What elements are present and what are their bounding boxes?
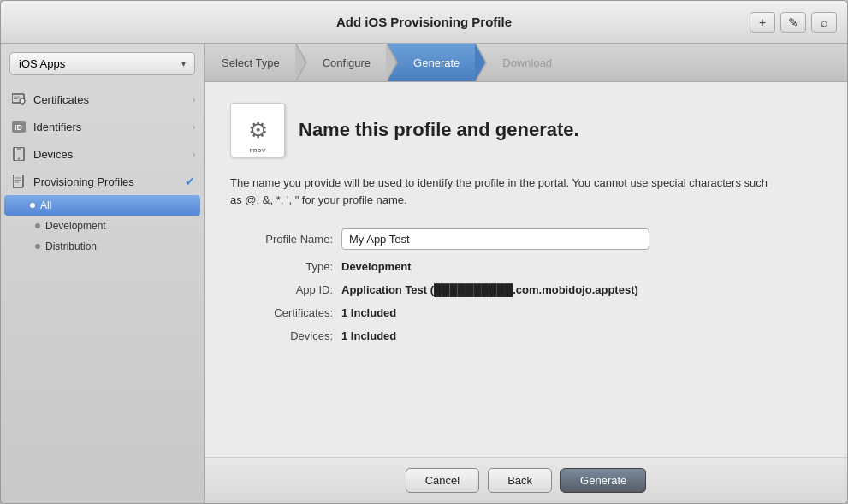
app-id-row: App ID: Application Test (██████████.com… [230, 283, 821, 296]
certificates-count-value: 1 Included [341, 306, 396, 319]
checkmark-icon: ✔ [185, 175, 195, 188]
bullet-icon [30, 203, 35, 208]
bullet-icon [35, 244, 40, 249]
devices-row: Devices: 1 Included [230, 329, 821, 342]
certificates-label: Certificates [33, 93, 193, 106]
sidebar-subitem-distribution[interactable]: Distribution [1, 236, 204, 257]
all-label: All [40, 199, 51, 211]
step-download-label: Download [502, 56, 552, 69]
step-select-type: Select Type [205, 44, 297, 81]
chevron-down-icon: ▾ [181, 59, 186, 68]
devices-count-value: 1 Included [341, 329, 396, 342]
profile-name-label: Profile Name: [230, 233, 341, 246]
type-row: Type: Development [230, 260, 821, 273]
add-button[interactable]: + [750, 12, 775, 33]
step-generate-label: Generate [413, 56, 460, 69]
main-content: ⚙ PROV Name this profile and generate. T… [205, 82, 847, 457]
svg-point-10 [18, 158, 20, 160]
chevron-right-icon: › [193, 95, 195, 104]
page-header: ⚙ PROV Name this profile and generate. [230, 103, 821, 157]
certificate-icon [11, 92, 27, 107]
prov-file-icon: ⚙ PROV [230, 103, 285, 157]
profile-name-row: Profile Name: [230, 228, 821, 250]
distribution-label: Distribution [45, 240, 97, 252]
devices-label: Devices [33, 148, 193, 161]
chevron-right-icon: › [193, 150, 195, 159]
page-title: Name this profile and generate. [299, 119, 579, 141]
development-label: Development [45, 220, 106, 232]
step-select-type-label: Select Type [222, 56, 280, 69]
title-bar-controls: + ✎ ⌕ [750, 12, 837, 33]
svg-text:ID: ID [15, 123, 23, 132]
dropdown-label: iOS Apps [19, 57, 65, 70]
provisioning-profiles-label: Provisioning Profiles [33, 175, 185, 188]
svg-rect-11 [13, 175, 23, 187]
svg-point-1 [20, 98, 25, 104]
step-generate: Generate [388, 44, 477, 81]
cancel-button[interactable]: Cancel [406, 468, 479, 493]
main-window: Add iOS Provisioning Profile + ✎ ⌕ iOS A… [0, 0, 848, 504]
type-value: Development [341, 260, 412, 273]
provisioning-icon [11, 174, 27, 189]
sidebar-item-identifiers[interactable]: ID Identifiers › [1, 113, 204, 140]
sidebar-item-provisioning-profiles[interactable]: Provisioning Profiles ✔ [1, 168, 204, 195]
window-title: Add iOS Provisioning Profile [336, 15, 512, 29]
profile-form: Profile Name: Type: Development App ID: … [230, 228, 821, 342]
sidebar-item-devices[interactable]: Devices › [1, 140, 204, 168]
title-bar: Add iOS Provisioning Profile + ✎ ⌕ [1, 1, 847, 44]
main-layout: iOS Apps ▾ Certifica [1, 44, 847, 503]
certificates-count-label: Certificates: [230, 306, 341, 319]
generate-button[interactable]: Generate [560, 468, 646, 493]
sidebar-subitem-all[interactable]: All [4, 195, 200, 216]
devices-count-label: Devices: [230, 329, 341, 342]
step-configure: Configure [297, 44, 388, 81]
content-area: Select Type Configure Generate Download [205, 44, 847, 503]
step-download: Download [477, 44, 569, 81]
profile-name-input[interactable] [341, 228, 649, 250]
prov-icon-container: ⚙ PROV [230, 103, 285, 157]
type-label: Type: [230, 260, 341, 273]
edit-button[interactable]: ✎ [780, 12, 806, 33]
bullet-icon [35, 223, 40, 228]
prov-icon-label: PROV [249, 148, 265, 153]
footer: Cancel Back Generate [205, 457, 847, 503]
sidebar: iOS Apps ▾ Certifica [1, 44, 205, 503]
back-button[interactable]: Back [488, 468, 552, 493]
identifiers-label: Identifiers [33, 121, 193, 133]
step-configure-label: Configure [323, 56, 371, 69]
app-id-value: Application Test (██████████.com.mobidoj… [341, 283, 638, 296]
sidebar-subitem-development[interactable]: Development [1, 216, 204, 236]
gear-icon: ⚙ [248, 117, 268, 144]
chevron-right-icon: › [193, 122, 195, 132]
sidebar-item-certificates[interactable]: Certificates › [1, 86, 204, 113]
sidebar-nav: Certificates › ID Identifiers › [1, 82, 204, 503]
description-text: The name you provide will be used to ide… [230, 175, 778, 208]
steps-bar: Select Type Configure Generate Download [205, 44, 847, 82]
device-icon [11, 146, 27, 162]
search-button[interactable]: ⌕ [811, 12, 837, 33]
certificates-row: Certificates: 1 Included [230, 306, 821, 319]
identifier-icon: ID [11, 119, 27, 134]
ios-apps-dropdown[interactable]: iOS Apps ▾ [9, 52, 195, 75]
app-id-label: App ID: [230, 283, 341, 296]
